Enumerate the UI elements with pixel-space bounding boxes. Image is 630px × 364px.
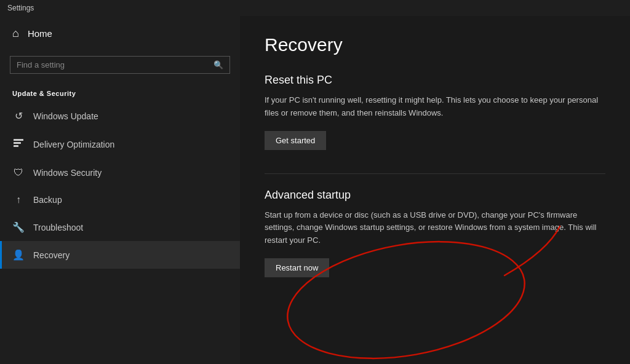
sidebar-item-delivery-optimization[interactable]: Delivery Optimization xyxy=(0,130,240,159)
sidebar-item-troubleshoot[interactable]: 🔧 Troubleshoot xyxy=(0,213,240,241)
nav-label-backup: Backup xyxy=(33,195,62,205)
main-layout: ⌂ Home 🔍 Update & Security ↺ Windows Upd… xyxy=(0,16,630,364)
nav-label-recovery: Recovery xyxy=(33,250,70,260)
nav-label-troubleshoot: Troubleshoot xyxy=(33,223,83,232)
windows-security-icon: 🛡 xyxy=(12,167,25,178)
sidebar-item-recovery[interactable]: 👤 Recovery xyxy=(0,241,240,269)
advanced-startup-description: Start up from a device or disc (such as … xyxy=(265,209,605,247)
search-icon: 🔍 xyxy=(213,60,223,69)
nav-label-windows-security: Windows Security xyxy=(33,168,102,178)
section-header: Update & Security xyxy=(0,84,240,102)
nav-label-windows-update: Windows Update xyxy=(33,111,98,121)
advanced-startup-title: Advanced startup xyxy=(265,189,605,202)
home-label: Home xyxy=(28,28,52,39)
delivery-optimization-icon xyxy=(12,138,25,151)
nav-label-delivery-optimization: Delivery Optimization xyxy=(33,140,114,149)
svg-rect-0 xyxy=(14,139,23,141)
sidebar-item-windows-security[interactable]: 🛡 Windows Security xyxy=(0,159,240,186)
recovery-icon: 👤 xyxy=(12,249,25,261)
sidebar-item-backup[interactable]: ↑ Backup xyxy=(0,186,240,213)
backup-icon: ↑ xyxy=(12,194,25,205)
app-title: Settings xyxy=(7,4,34,12)
search-input[interactable] xyxy=(17,60,213,69)
section-divider xyxy=(265,173,605,174)
content-area: Recovery Reset this PC If your PC isn't … xyxy=(240,16,630,364)
windows-update-icon: ↺ xyxy=(12,110,25,122)
page-title: Recovery xyxy=(265,34,605,55)
reset-pc-title: Reset this PC xyxy=(265,74,605,87)
title-bar: Settings xyxy=(0,0,630,16)
troubleshoot-icon: 🔧 xyxy=(12,221,25,233)
sidebar-item-home[interactable]: ⌂ Home xyxy=(0,16,240,51)
sidebar-item-windows-update[interactable]: ↺ Windows Update xyxy=(0,102,240,130)
reset-pc-description: If your PC isn't running well, resetting… xyxy=(265,94,605,120)
svg-rect-1 xyxy=(14,142,21,144)
search-box: 🔍 xyxy=(10,56,230,74)
svg-rect-2 xyxy=(14,145,18,147)
sidebar: ⌂ Home 🔍 Update & Security ↺ Windows Upd… xyxy=(0,16,240,364)
home-icon: ⌂ xyxy=(12,27,19,40)
restart-now-button[interactable]: Restart now xyxy=(265,258,329,277)
get-started-button[interactable]: Get started xyxy=(265,131,326,150)
